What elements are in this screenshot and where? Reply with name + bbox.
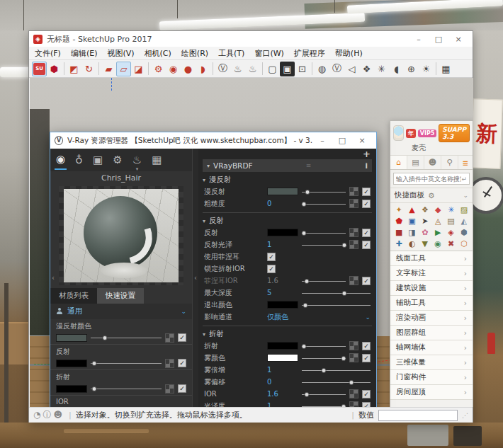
collapse-triangle-icon[interactable]: ▾ [203,218,205,224]
slider[interactable] [302,289,371,297]
plugin-icon-14[interactable]: ◨ [405,227,418,238]
vray-batch-render-icon[interactable]: ⊡ [295,62,310,76]
texture-slot-icon[interactable] [349,240,358,249]
plugin-icon-1[interactable]: ✦ [392,205,405,215]
chevron-down-icon[interactable]: ⌄ [365,314,371,321]
status-icon-0[interactable]: ◔ [33,410,40,420]
plugin-rotate-icon[interactable]: ↻ [81,62,96,76]
drag-grip-icon[interactable]: ≡ [256,162,362,169]
texture-slot-icon[interactable] [165,333,174,343]
tab-material-list[interactable]: 材质列表 [50,288,97,304]
slider[interactable] [302,342,346,350]
tab-quick-settings[interactable]: 快速设置 [97,288,144,304]
resize-grip-icon[interactable]: ⋰ [462,412,468,419]
maximize-button[interactable]: □ [429,35,448,44]
suapp-version-button[interactable]: SUAPP 3.3 [439,124,470,142]
kebab-menu-icon[interactable]: ⋮ [174,190,181,200]
color-swatch[interactable] [56,334,87,342]
plugin-icon-3[interactable]: ❖ [419,205,431,215]
slider-thumb[interactable] [305,392,310,397]
color-swatch[interactable] [267,354,298,362]
category-文字标注[interactable]: 文字标注› [390,266,473,281]
menu-item-1[interactable]: 编辑(E) [71,48,98,59]
slider-thumb[interactable] [342,243,347,248]
minimize-button[interactable]: – [409,35,429,44]
slider-thumb[interactable] [341,356,346,361]
vray-sphere-light-icon[interactable]: ⊕ [404,62,419,76]
vray-frame-buffer-icon[interactable]: ▣ [280,62,295,76]
param-value[interactable]: 5 [267,289,298,297]
checkbox[interactable]: ✓ [362,342,371,350]
suapp-toolbar-icon[interactable]: SU [32,62,47,76]
plugin-icon-15[interactable]: ✿ [419,227,431,238]
vray-spot-light-icon[interactable]: ◁ [344,62,359,76]
vray-titlebar[interactable]: V V-Ray 资源管理器 【SketchUp吧 汉化 www.sketchup… [50,132,376,149]
vray-interactive-render-icon[interactable]: ♨ [245,62,260,76]
plugin-icon-7[interactable]: ⬟ [392,216,405,226]
slider[interactable] [302,402,346,408]
param-value[interactable]: 1.6 [267,277,298,285]
vray-asset-editor-icon[interactable]: Ⓥ [215,62,230,76]
plugin-weld-icon[interactable]: ◉ [166,62,181,76]
chevron-down-icon[interactable]: ⌄ [463,192,468,199]
viewport[interactable]: 年 VIP5 SUAPP 3.3 麦壳 ⌂▤☻⚲≡ ↵ 快捷面板 ⚙ ⌄ ✦▲❖… [30,78,473,407]
vray-viewport-render-icon[interactable]: ▢ [265,62,280,76]
material-preview[interactable]: ⋮ [59,186,183,285]
slider[interactable] [302,241,346,249]
plugin-icon-10[interactable]: ◬ [431,216,444,226]
plugin-icon-5[interactable]: ✳ [444,205,457,215]
slider[interactable] [91,359,162,367]
section-反射[interactable]: ▾反射 [203,215,372,226]
slider[interactable] [302,301,371,309]
slider[interactable] [302,229,346,237]
checkbox[interactable]: ✓ [362,402,371,408]
plugin-icon-12[interactable]: ◭ [458,216,470,226]
checkbox[interactable]: ✓ [362,390,371,398]
menu-item-4[interactable]: 绘图(R) [181,48,208,59]
plugin-wave-icon[interactable]: ◗ [196,62,210,76]
checkbox[interactable]: ✓ [362,354,371,362]
slider-thumb[interactable] [302,344,307,349]
frame-buffer-nav-icon[interactable]: ▦ [150,151,163,169]
plugin-select-face-icon[interactable]: ▱ [116,62,131,76]
menu-item-7[interactable]: 扩展程序 [294,48,325,59]
menu-item-5[interactable]: 工具(T) [218,48,244,59]
plugin-icon-6[interactable]: ▨ [458,205,470,215]
lights-nav-icon[interactable]: ♁ [74,151,84,169]
checkbox[interactable]: ✓ [178,333,186,342]
checkbox[interactable]: ✓ [178,384,186,393]
slider[interactable] [302,390,346,398]
vray-ambient-light-icon[interactable]: ☀ [419,62,434,76]
category-房间屋顶[interactable]: 房间屋顶› [390,385,473,400]
texture-slot-icon[interactable] [349,341,358,350]
category-图层群组[interactable]: 图层群组› [390,326,473,340]
param-value[interactable]: 1 [267,366,298,374]
plugin-icon-4[interactable]: ◆ [431,205,444,215]
plugin-mirror-icon[interactable]: ◩ [67,62,81,76]
gear-icon[interactable]: ⚙ [428,191,434,200]
plugin-icon-19[interactable]: ✚ [392,239,405,249]
checkbox[interactable]: ✓ [362,188,371,196]
suapp-tab-search[interactable]: ⚲ [441,156,458,169]
color-swatch[interactable] [267,301,298,309]
plugin-icon-24[interactable]: ⬡ [458,239,470,249]
slider[interactable] [302,200,346,208]
slider[interactable] [91,333,162,342]
vray-dome-light-icon[interactable]: ◖ [389,62,404,76]
plugin-icon-22[interactable]: ◉ [431,239,444,249]
slider[interactable] [302,378,371,386]
texture-slot-icon[interactable] [349,389,358,398]
texture-slot-icon[interactable] [165,359,174,368]
param-value[interactable]: 1 [267,241,298,248]
checkbox[interactable]: ✓ [267,253,276,261]
plugin-offset-icon[interactable]: ◪ [131,62,146,76]
quick-settings-header[interactable]: 通用 ⌄ [50,304,192,319]
checkbox[interactable]: ✓ [267,265,276,273]
checkbox[interactable]: ✓ [362,200,371,208]
suapp-tab-home[interactable]: ⌂ [390,156,407,169]
slider[interactable] [91,384,162,393]
settings-nav-icon[interactable]: ⚙ [111,151,123,169]
category-建筑设施[interactable]: 建筑设施› [390,281,473,296]
plugin-icon-2[interactable]: ▲ [405,205,418,215]
collapse-triangle-icon[interactable]: ▾ [203,177,205,183]
